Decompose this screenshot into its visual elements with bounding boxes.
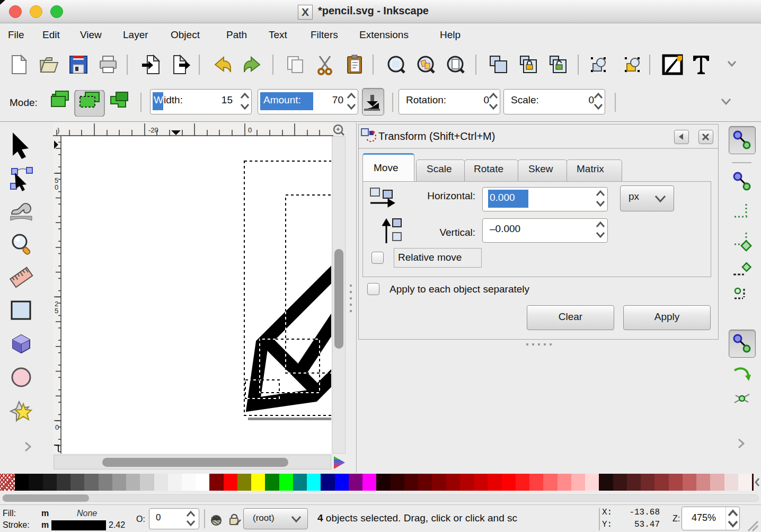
svg-text:5: 5 bbox=[55, 307, 58, 315]
svg-text:0: 0 bbox=[55, 183, 58, 191]
svg-text:0: 0 bbox=[55, 423, 59, 431]
svg-text:): ) bbox=[57, 126, 59, 134]
svg-text:-20: -20 bbox=[148, 126, 158, 134]
svg-text:0: 0 bbox=[248, 126, 252, 134]
